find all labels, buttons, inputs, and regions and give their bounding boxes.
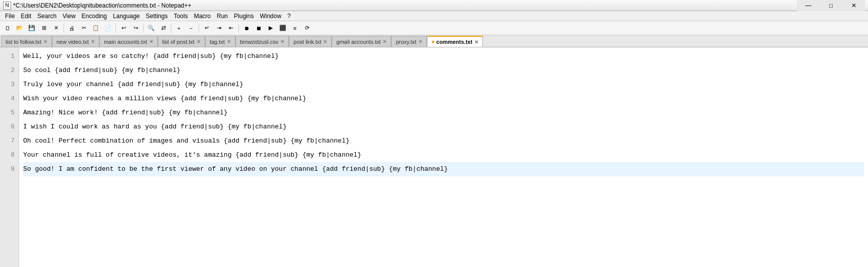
tab-close-icon[interactable]: ✕ <box>227 39 231 44</box>
tab-label: list to follow.txt <box>6 39 41 45</box>
tb-redo[interactable]: ↪ <box>130 23 141 34</box>
tb-save[interactable]: 💾 <box>26 23 37 34</box>
editor-area[interactable]: 1 2 3 4 5 6 7 8 9 Well, your videos are … <box>0 47 868 267</box>
code-editor[interactable]: Well, your videos are so catchy! {add fr… <box>19 47 868 267</box>
tab-list-of-post[interactable]: list of post.txt ✕ <box>158 36 205 47</box>
tab-label: comments.txt <box>437 39 473 45</box>
tab-close-icon[interactable]: ✕ <box>43 39 47 44</box>
menu-view[interactable]: View <box>59 12 79 20</box>
line-num-5: 5 <box>2 106 15 120</box>
tb-undo[interactable]: ↩ <box>118 23 129 34</box>
menu-tools[interactable]: Tools <box>171 12 191 20</box>
line-num-1: 1 <box>2 49 15 63</box>
tab-close-icon[interactable]: ✕ <box>323 39 327 44</box>
line-num-2: 2 <box>2 63 15 78</box>
line-num-7: 7 <box>2 134 15 148</box>
menu-plugins[interactable]: Plugins <box>231 12 257 20</box>
tab-list-to-follow[interactable]: list to follow.txt ✕ <box>1 36 52 47</box>
code-line-6[interactable]: I wish I could work as hard as you {add … <box>23 120 864 134</box>
tb-zoom-in[interactable]: + <box>173 23 184 34</box>
window-controls: — □ ✕ <box>797 0 865 11</box>
menu-edit[interactable]: Edit <box>18 12 34 20</box>
tab-main-accounts[interactable]: main accounts.txt ✕ <box>99 36 158 47</box>
tb-paste[interactable]: 📄 <box>102 23 113 34</box>
menu-file[interactable]: File <box>2 12 18 20</box>
close-button[interactable]: ✕ <box>842 0 865 11</box>
menu-run[interactable]: Run <box>214 12 231 20</box>
tb-new[interactable]: 🗋 <box>2 23 13 34</box>
menu-encoding[interactable]: Encoding <box>79 12 110 20</box>
tb-find[interactable]: 🔍 <box>146 23 157 34</box>
menu-window[interactable]: Window <box>257 12 284 20</box>
tb-wrap[interactable]: ↵ <box>201 23 212 34</box>
tb-indent-less[interactable]: ⇤ <box>225 23 236 34</box>
tb-indent[interactable]: ⇥ <box>213 23 224 34</box>
tab-close-icon[interactable]: ✕ <box>91 39 95 44</box>
line-num-6: 6 <box>2 120 15 134</box>
tab-post-link[interactable]: post link.txt ✕ <box>289 36 332 47</box>
tb-copy[interactable]: 📋 <box>90 23 101 34</box>
code-line-8[interactable]: Your channel is full of creative videos,… <box>23 148 864 162</box>
tab-label: tag.txt <box>210 39 225 45</box>
code-line-4[interactable]: Wish your video reaches a million views … <box>23 92 864 106</box>
tab-close-icon[interactable]: ✕ <box>280 39 284 44</box>
maximize-button[interactable]: □ <box>820 0 842 11</box>
tb-cut[interactable]: ✂ <box>78 23 89 34</box>
tb-save-all[interactable]: ⊞ <box>38 23 49 34</box>
code-line-9[interactable]: So good! I am confident to be the first … <box>23 162 864 176</box>
tab-close-icon[interactable]: ✕ <box>197 39 201 44</box>
tab-label: proxy.txt <box>396 39 416 45</box>
line-num-3: 3 <box>2 78 15 92</box>
tab-proxy[interactable]: proxy.txt ✕ <box>391 36 427 47</box>
line-num-4: 4 <box>2 92 15 106</box>
menu-settings[interactable]: Settings <box>143 12 170 20</box>
menu-macro[interactable]: Macro <box>191 12 214 20</box>
tab-label: bmwzidzusl.csv <box>240 39 278 45</box>
code-line-2[interactable]: So cool {add friend|sub} {my fb|channel} <box>23 63 864 78</box>
tb-macro-play[interactable]: ▶ <box>265 23 276 34</box>
toolbar-sep-3 <box>143 24 144 33</box>
tab-label: gmail accounts.txt <box>336 39 381 45</box>
tab-tag[interactable]: tag.txt ✕ <box>205 36 235 47</box>
minimize-button[interactable]: — <box>797 0 820 11</box>
menu-bar: File Edit Search View Encoding Language … <box>0 11 868 21</box>
tb-print[interactable]: 🖨 <box>66 23 77 34</box>
line-num-9: 9 <box>2 162 15 176</box>
app-icon: N <box>3 2 11 10</box>
toolbar-sep-2 <box>115 24 116 33</box>
line-numbers: 1 2 3 4 5 6 7 8 9 <box>0 47 19 267</box>
tabs-bar: list to follow.txt ✕ new video.txt ✕ mai… <box>0 35 868 47</box>
tab-close-icon[interactable]: ✕ <box>149 39 153 44</box>
tab-comments[interactable]: ■ comments.txt ✕ <box>427 36 483 47</box>
toolbar: 🗋 📂 💾 ⊞ ✕ 🖨 ✂ 📋 📄 ↩ ↪ 🔍 ⇄ + − ↵ ⇥ ⇤ ⏺ ⏹ … <box>0 21 868 35</box>
tab-close-icon[interactable]: ✕ <box>418 39 422 44</box>
code-line-7[interactable]: Oh cool! Perfect combination of images a… <box>23 134 864 148</box>
tb-macro-save[interactable]: ⬛ <box>277 23 288 34</box>
tab-close-icon[interactable]: ✕ <box>474 39 478 45</box>
tab-label: main accounts.txt <box>104 39 147 45</box>
tb-replace[interactable]: ⇄ <box>158 23 169 34</box>
code-line-1[interactable]: Well, your videos are so catchy! {add fr… <box>23 49 864 63</box>
menu-language[interactable]: Language <box>110 12 143 20</box>
code-line-3[interactable]: Truly love your channel {add friend|sub}… <box>23 78 864 92</box>
tab-new-video[interactable]: new video.txt ✕ <box>52 36 99 47</box>
menu-search[interactable]: Search <box>34 12 59 20</box>
tab-close-icon[interactable]: ✕ <box>383 39 387 44</box>
tb-misc1[interactable]: ≡ <box>289 23 300 34</box>
code-line-5[interactable]: Amazing! Nice work! {add friend|sub} {my… <box>23 106 864 120</box>
tb-macro-rec[interactable]: ⏺ <box>241 23 252 34</box>
tb-macro-stop[interactable]: ⏹ <box>253 23 264 34</box>
title-bar: N *C:\Users\DEN2\Desktop\qnitubeaction\c… <box>0 0 868 11</box>
menu-help[interactable]: ? <box>284 12 294 20</box>
tb-open[interactable]: 📂 <box>14 23 25 34</box>
title-bar-left: N *C:\Users\DEN2\Desktop\qnitubeaction\c… <box>3 2 192 10</box>
tb-misc2[interactable]: ⟳ <box>301 23 313 34</box>
tab-bmwzidzusl[interactable]: bmwzidzusl.csv ✕ <box>235 36 289 47</box>
window-title: *C:\Users\DEN2\Desktop\qnitubeaction\com… <box>13 2 192 9</box>
tb-zoom-out[interactable]: − <box>185 23 197 34</box>
tab-label: new video.txt <box>56 39 89 45</box>
tb-close[interactable]: ✕ <box>50 23 61 34</box>
line-num-8: 8 <box>2 148 15 162</box>
tab-gmail-accounts[interactable]: gmail accounts.txt ✕ <box>332 36 391 47</box>
toolbar-sep-5 <box>199 24 199 33</box>
